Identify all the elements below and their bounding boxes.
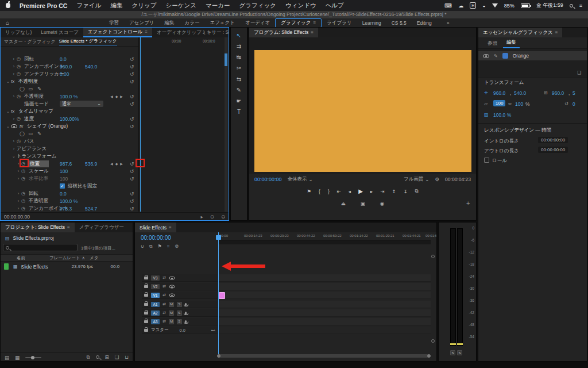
anchor-point-icon[interactable]: ⊞ (544, 90, 548, 95)
reset-icon[interactable]: ↺ (130, 176, 134, 182)
param-row-opacity2[interactable]: › ◷ 不透明度 100.0 % ↺ (1, 197, 138, 205)
tab-project[interactable]: プロジェクト: Slide Effects ≡ (1, 223, 75, 232)
effects-mini-timeline[interactable] (138, 37, 225, 212)
menu-graphics[interactable]: グラフィック (239, 2, 276, 10)
effect-visibility-eye-icon[interactable] (11, 124, 17, 128)
snap-icon[interactable]: ∪ (141, 244, 144, 250)
eg-outro-duration[interactable]: 00:00:00:00 (538, 147, 568, 153)
playback-quality-dropdown[interactable]: フル画質 ⌄ (404, 176, 430, 183)
track-header-a1[interactable]: A1 ⇄ M S (142, 301, 218, 308)
reset-icon[interactable]: ↺ (130, 206, 134, 212)
status-half-icon[interactable]: ◒ (482, 3, 485, 9)
selection-tool-icon[interactable]: ↖ (237, 32, 241, 39)
eg-scale-y[interactable]: 100 (515, 101, 523, 107)
track-eye-icon[interactable] (169, 285, 175, 288)
effects-playhead[interactable] (140, 37, 141, 212)
zoom-fit-icon[interactable]: ⊙ (210, 214, 214, 220)
tab-cc-libraries[interactable]: CC ラ (129, 223, 133, 232)
label-color-chip[interactable] (4, 263, 9, 270)
rect-mask-icon[interactable]: ▭ (26, 86, 35, 91)
param-row-uniform-scale[interactable]: ✓ 縦横比を固定 (1, 182, 138, 190)
rotation-icon[interactable]: ↺ (564, 101, 568, 106)
tab-program-monitor[interactable]: プログラム: Slide Effects ≡ (249, 28, 318, 37)
stopwatch-icon[interactable]: ◷ (21, 168, 29, 174)
battery-icon[interactable] (521, 3, 530, 8)
lock-icon[interactable] (144, 294, 148, 297)
workspace-menu-icon[interactable]: ≡ (313, 20, 316, 25)
app-menu[interactable]: Premiere Pro CC (20, 2, 67, 9)
scale-icon[interactable]: ▱ (484, 101, 488, 106)
new-item-icon[interactable]: ❏ (115, 354, 119, 361)
project-item-row[interactable]: ▦ Slide Effects 23.976 fps 00:0 (1, 262, 133, 271)
workspace-effects[interactable]: エフェクト (204, 19, 240, 27)
tab-essential-graphics[interactable]: エッセンシャルグラフィックス ≡ (478, 28, 562, 37)
param-row-speed[interactable]: › ◷ 速度 100.00% ↺ (1, 115, 138, 122)
reset-icon[interactable]: ↺ (130, 161, 134, 167)
param-row-opacity[interactable]: › ◷ 不透明度 100.0 % ◀ ◆ ▶ ↺ (1, 93, 138, 100)
play-audio-icon[interactable]: ▸ (200, 214, 203, 220)
master-gain-value[interactable]: 0.0 (180, 328, 185, 333)
add-marker-icon[interactable]: ⚑ (307, 189, 311, 194)
panel-menu-icon[interactable]: ≡ (555, 30, 558, 35)
sync-lock-icon[interactable]: ⇄ (163, 293, 166, 297)
monitor-settings-wrench-icon[interactable]: ⚙ (435, 177, 439, 182)
track-lane-v3[interactable] (218, 274, 431, 282)
list-view-icon[interactable]: ▤ (5, 355, 9, 361)
mute-button[interactable]: M (169, 310, 174, 316)
tab-sequence[interactable]: Slide Effects ≡ (135, 223, 176, 232)
disclosure-icon[interactable]: ⌄ (11, 154, 17, 159)
sync-lock-icon[interactable]: ⇄ (163, 319, 166, 324)
menu-clip[interactable]: クリップ (131, 2, 156, 10)
cloud-icon[interactable]: ☁ (458, 3, 463, 9)
track-lane-v1[interactable] (218, 292, 431, 299)
track-badge-a1[interactable]: A1 (151, 302, 160, 307)
workspace-editing-jp[interactable]: 編集 (160, 19, 180, 27)
param-row-path[interactable]: › ◷ パス (1, 137, 138, 145)
track-badge-v2[interactable]: V2 (151, 284, 160, 289)
effect-header-timeremap[interactable]: ⌄ fx タイムリマップ (1, 108, 138, 115)
eg-tab-browse[interactable]: 参照 (484, 39, 501, 48)
column-framerate[interactable]: フレームレート ∧ (49, 255, 90, 261)
column-meta[interactable]: メタ (90, 255, 98, 261)
layer-visibility-eye-icon[interactable] (483, 54, 489, 58)
tab-source-clip[interactable]: リップなし) (1, 28, 36, 37)
mark-in-icon[interactable]: { (319, 189, 320, 194)
eg-scale-x[interactable]: 100 (493, 100, 505, 106)
disclosure-icon[interactable]: › (16, 177, 21, 181)
reset-icon[interactable]: ↺ (130, 71, 134, 77)
track-eye-icon[interactable] (169, 293, 175, 297)
project-search-box[interactable] (3, 244, 78, 251)
project-bin-path[interactable]: ▤ Slide Effects.prproj (1, 233, 133, 243)
timeline-marker-icon[interactable]: ⚑ (158, 244, 162, 250)
hand-tool-icon[interactable]: ☛ (237, 98, 242, 104)
workspace-color[interactable]: カラー (180, 19, 205, 27)
stopwatch-icon[interactable]: ◷ (17, 56, 24, 62)
sync-lock-icon[interactable]: ⇄ (163, 275, 166, 280)
spotlight-icon[interactable] (570, 4, 573, 7)
disclosure-icon[interactable]: › (16, 169, 21, 173)
step-forward-icon[interactable]: ▸ (370, 189, 373, 194)
disclosure-icon[interactable]: › (16, 199, 21, 203)
reset-icon[interactable]: ↺ (130, 101, 134, 107)
eg-opacity[interactable]: 100.0 % (493, 112, 511, 118)
sync-lock-icon[interactable]: ⇄ (163, 302, 166, 306)
track-badge-v1[interactable]: V1 (151, 293, 160, 298)
sync-lock-icon[interactable]: ⇄ (163, 310, 166, 315)
mute-button[interactable]: M (169, 302, 174, 307)
track-header-v1[interactable]: V1 ⇄ (142, 292, 218, 299)
add-keyframe-icon[interactable]: ◆ (115, 162, 118, 166)
stopwatch-icon[interactable]: ◷ (21, 191, 29, 196)
disclosure-icon[interactable]: › (11, 139, 17, 143)
param-row-antiflicker[interactable]: › ◷ アンチフリッカー 0.00 ↺ (1, 70, 138, 78)
zoom-out-icon[interactable]: ⊖ (221, 214, 225, 220)
eg-layer-row[interactable]: ✎ Orange (478, 51, 587, 60)
new-bin-icon[interactable]: ⊞ (105, 354, 109, 361)
layer-color-swatch[interactable] (502, 53, 508, 59)
keyboard-icon[interactable]: ⌨ (444, 3, 452, 9)
add-keyframe-icon[interactable]: ◆ (115, 94, 118, 98)
track-header-a3[interactable]: A3 ⇄ M S (142, 318, 218, 325)
extract-icon[interactable]: ↧ (403, 189, 407, 194)
param-row-scale-width[interactable]: › ◷ 水平比率 100 ↺ (1, 175, 138, 182)
program-timecode[interactable]: 00:00:00:00 (254, 177, 282, 182)
track-lane-v2[interactable] (218, 283, 431, 290)
